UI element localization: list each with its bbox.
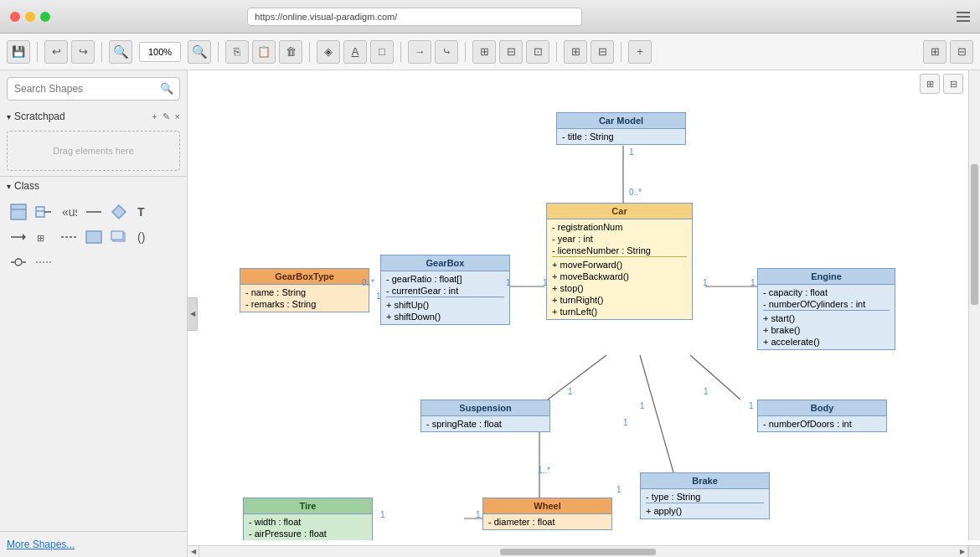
svg-point-18 (15, 259, 22, 266)
align-button[interactable]: ⊟ (499, 40, 523, 64)
shape-rect-filled[interactable] (82, 225, 106, 249)
url-bar[interactable]: https://online.visual-paradigm.com/ (247, 8, 582, 26)
mult-wheel-brake-1: 1 (640, 401, 645, 410)
engine-body: - capacity : float - numberOfCylinders :… (758, 285, 895, 349)
undo-button[interactable]: ↩ (44, 40, 68, 64)
svg-marker-10 (23, 234, 26, 240)
class-suspension[interactable]: Suspension - springRate : float (420, 400, 550, 432)
connector-button[interactable]: → (408, 40, 431, 64)
suspension-header: Suspension (421, 400, 549, 416)
shape-diamond[interactable] (107, 200, 131, 224)
shape-class[interactable] (7, 200, 30, 224)
class-gearbox[interactable]: GearBox - gearRatio : float[] - currentG… (380, 255, 510, 325)
car-attr-1: - registrationNum (552, 221, 687, 233)
fit-page-button[interactable]: ⊞ (920, 74, 940, 94)
scroll-left-arrow[interactable]: ◀ (188, 546, 199, 558)
divider2 (101, 42, 102, 62)
gearbox-method-2: + shiftDown() (386, 311, 504, 322)
left-panel-toggle[interactable]: ◀ (188, 297, 198, 331)
mult-gearboxtype-0star: 0..* (362, 278, 374, 287)
vertical-scroll-thumb[interactable] (971, 164, 978, 305)
class-wheel[interactable]: Wheel - diameter : float (482, 498, 612, 530)
engine-method-2: + brake() (763, 324, 890, 336)
scratchpad-add-icon[interactable]: + (152, 111, 157, 122)
car-attr-2: - year : int (552, 233, 687, 245)
group-button[interactable]: ⊡ (526, 40, 549, 64)
fill-color-button[interactable]: ◈ (317, 40, 340, 64)
svg-text:(): () (137, 230, 145, 244)
save-button[interactable]: 💾 (7, 40, 30, 64)
menu-button[interactable] (957, 12, 970, 22)
distribute-button[interactable]: ⊟ (591, 40, 614, 64)
arrange-button[interactable]: ⊞ (564, 40, 587, 64)
toggle-panel-button[interactable]: ⊟ (943, 74, 963, 94)
layout-button[interactable]: ⊞ (472, 40, 496, 64)
line-color-button[interactable]: A (343, 40, 367, 64)
shape-text[interactable]: T (132, 200, 156, 224)
add-button[interactable]: + (628, 40, 652, 64)
minimize-button[interactable] (25, 12, 35, 22)
wheel-attr-1: - diameter : float (488, 516, 606, 528)
delete-button[interactable]: 🗑 (279, 40, 302, 64)
vertical-scrollbar[interactable] (968, 70, 980, 540)
class-tire[interactable]: Tire - width : float - airPressure : flo… (243, 498, 373, 540)
paste-button[interactable]: 📋 (252, 40, 276, 64)
search-input[interactable] (7, 77, 180, 101)
svg-rect-2 (36, 207, 44, 217)
gearbox-attr-2: - currentGear : int (386, 285, 504, 297)
class-engine[interactable]: Engine - capacity : float - numberOfCyli… (757, 268, 895, 350)
car-header: Car (547, 204, 692, 219)
class-car[interactable]: Car - registrationNum - year : int - lic… (546, 203, 693, 320)
mult-car-model-1: 1 (629, 147, 634, 157)
shape-association[interactable] (32, 200, 55, 224)
canvas-area[interactable]: ◀ ⊞ ⊟ (188, 70, 980, 557)
shape-style-button[interactable]: □ (370, 40, 394, 64)
class-body[interactable]: Body - numberOfDoors : int (757, 400, 887, 432)
shape-bracket[interactable]: () (132, 225, 156, 249)
suspension-body: - springRate : float (421, 416, 549, 431)
search-icon: 🔍 (160, 82, 173, 95)
shape-dashed-line[interactable] (32, 250, 55, 274)
titlebar: https://online.visual-paradigm.com/ (0, 0, 980, 34)
shape-dot[interactable] (7, 250, 30, 274)
view-toggle-1[interactable]: ⊞ (923, 40, 946, 64)
shape-stacked[interactable] (107, 225, 131, 249)
search-box: 🔍 (7, 77, 180, 101)
gearbox-body: - gearRatio : float[] - currentGear : in… (381, 271, 509, 324)
close-button[interactable] (10, 12, 20, 22)
brake-method-1: + apply() (646, 505, 764, 517)
shape-line[interactable] (82, 200, 106, 224)
scratchpad-close-icon[interactable]: × (175, 111, 180, 122)
class-gearboxtype[interactable]: GearBoxType - name : String - remarks : … (240, 268, 369, 312)
zoom-control (136, 42, 184, 62)
divider (37, 42, 38, 62)
scratchpad-edit-icon[interactable]: ✎ (162, 111, 170, 122)
car-body: - registrationNum - year : int - license… (547, 219, 692, 319)
mult-wheel-car-1: 1 (623, 418, 628, 427)
class-car-model[interactable]: Car Model - title : String (556, 112, 686, 145)
gearbox-method-1: + shiftUp() (386, 299, 504, 311)
toolbar: 💾 ↩ ↪ 🔍 🔍 ⎘ 📋 🗑 ◈ A □ → ⤷ ⊞ ⊟ ⊡ ⊞ ⊟ + ⊞ … (0, 34, 980, 70)
class-brake[interactable]: Brake - type : String + apply() (640, 472, 770, 519)
copy-button[interactable]: ⎘ (225, 40, 249, 64)
zoom-input[interactable] (139, 42, 181, 62)
class-arrow-icon: ▾ (7, 182, 11, 191)
horizontal-scrollbar[interactable]: ◀ ▶ (188, 545, 968, 557)
zoom-in-button[interactable]: 🔍 (188, 40, 211, 64)
shape-arrow-right[interactable] (7, 225, 30, 249)
zoom-out-button[interactable]: 🔍 (109, 40, 132, 64)
shape-note[interactable]: «us» (57, 200, 80, 224)
maximize-button[interactable] (40, 12, 50, 22)
brake-header: Brake (641, 473, 769, 489)
shape-dotted[interactable] (57, 225, 80, 249)
shape-connector2[interactable]: ⊞ (32, 225, 55, 249)
more-shapes-link[interactable]: More Shapes... (0, 531, 187, 557)
brake-body: - type : String + apply() (641, 489, 769, 518)
gearboxtype-header: GearBoxType (240, 269, 369, 285)
scroll-right-arrow[interactable]: ▶ (957, 546, 968, 558)
scratchpad-actions: + ✎ × (152, 111, 180, 122)
view-toggle-2[interactable]: ⊟ (950, 40, 973, 64)
horizontal-scroll-thumb[interactable] (500, 549, 656, 555)
redo-button[interactable]: ↪ (71, 40, 95, 64)
connector-style-button[interactable]: ⤷ (435, 40, 458, 64)
